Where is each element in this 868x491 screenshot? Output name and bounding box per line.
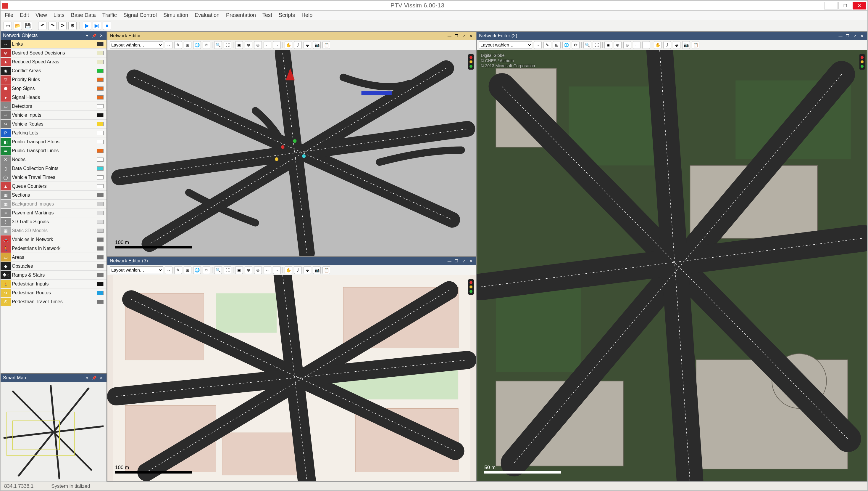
color-swatch[interactable] bbox=[97, 69, 103, 73]
zoom-region-icon[interactable]: ⛶ bbox=[593, 41, 600, 49]
rotate-icon[interactable]: ⤴ bbox=[294, 41, 302, 49]
color-swatch[interactable] bbox=[97, 140, 103, 144]
camera-icon[interactable]: 📷 bbox=[682, 41, 690, 49]
menu-simulation[interactable]: Simulation bbox=[163, 12, 188, 18]
panel-close-icon[interactable]: ✕ bbox=[859, 33, 865, 39]
panel-options-icon[interactable]: ▾ bbox=[84, 33, 90, 38]
layout-select[interactable]: Layout wählen… bbox=[479, 41, 532, 49]
zoom-in-icon[interactable]: ⊕ bbox=[245, 41, 252, 49]
camera-icon[interactable]: 📷 bbox=[313, 266, 321, 274]
save-file-icon[interactable]: 💾 bbox=[24, 22, 32, 30]
color-swatch[interactable] bbox=[97, 273, 103, 277]
snapshot-icon[interactable]: 📋 bbox=[322, 266, 330, 274]
toggle-3d-icon[interactable]: ⬙ bbox=[304, 266, 311, 274]
panel-minimize-icon[interactable]: — bbox=[838, 33, 843, 39]
nav-back-icon[interactable]: ← bbox=[264, 266, 271, 274]
network-object-public-transport-stops[interactable]: ◧Public Transport Stops bbox=[1, 137, 106, 146]
menu-signal-control[interactable]: Signal Control bbox=[123, 12, 157, 18]
color-swatch[interactable] bbox=[97, 211, 103, 215]
network-object-links[interactable]: ↔Links bbox=[1, 40, 106, 49]
network-object-pedestrian-routes[interactable]: ↪Pedestrian Routes bbox=[1, 288, 106, 297]
color-swatch[interactable] bbox=[97, 237, 103, 242]
color-swatch[interactable] bbox=[97, 175, 103, 179]
color-swatch[interactable] bbox=[97, 86, 103, 91]
snapshot-icon[interactable]: 📋 bbox=[692, 41, 700, 49]
sim-stop-icon[interactable]: ■ bbox=[103, 22, 111, 30]
network-object-priority-rules[interactable]: ▽Priority Rules bbox=[1, 75, 106, 84]
pane2-canvas[interactable]: 100 m bbox=[107, 275, 476, 481]
panel-maximize-icon[interactable]: ❐ bbox=[454, 258, 460, 264]
globe-icon[interactable]: 🌐 bbox=[193, 41, 201, 49]
refresh-icon[interactable]: ⟳ bbox=[203, 266, 210, 274]
panel-help-icon[interactable]: ? bbox=[852, 33, 858, 39]
smartmap-viewport-rect[interactable] bbox=[12, 421, 60, 450]
undo-icon[interactable]: ↶ bbox=[38, 22, 46, 30]
menu-help[interactable]: Help bbox=[302, 12, 312, 18]
network-object-detectors[interactable]: ▭Detectors bbox=[1, 102, 106, 111]
wand-icon[interactable]: ✎ bbox=[174, 41, 182, 49]
color-swatch[interactable] bbox=[97, 95, 103, 99]
network-object-vehicle-travel-times[interactable]: ◯Vehicle Travel Times bbox=[1, 173, 106, 182]
rotate-icon[interactable]: ⤴ bbox=[663, 41, 671, 49]
grid-icon[interactable]: ⊞ bbox=[184, 41, 191, 49]
color-swatch[interactable] bbox=[97, 149, 103, 153]
color-swatch[interactable] bbox=[97, 229, 103, 233]
sim-step-icon[interactable]: ▶| bbox=[93, 22, 101, 30]
network-object-parking-lots[interactable]: PParking Lots bbox=[1, 128, 106, 137]
network-object-nodes[interactable]: ✕Nodes bbox=[1, 155, 106, 164]
network-object-vehicles-in-network[interactable]: 🚗Vehicles in Network bbox=[1, 235, 106, 244]
pointer-select-icon[interactable]: ↔ bbox=[165, 266, 173, 274]
color-swatch[interactable] bbox=[97, 122, 103, 126]
color-swatch[interactable] bbox=[97, 255, 103, 259]
color-swatch[interactable] bbox=[97, 51, 103, 55]
refresh-icon[interactable]: ⟳ bbox=[58, 22, 67, 30]
grid-icon[interactable]: ⊞ bbox=[184, 266, 191, 274]
zoom-out-icon[interactable]: ⊖ bbox=[254, 266, 262, 274]
menu-evaluation[interactable]: Evaluation bbox=[195, 12, 219, 18]
window-close-button[interactable]: ✕ bbox=[852, 2, 866, 9]
window-maximize-button[interactable]: ❐ bbox=[838, 2, 852, 9]
network-object-sections[interactable]: ▦Sections bbox=[1, 191, 106, 200]
panel-close-icon[interactable]: ✕ bbox=[468, 258, 474, 264]
refresh-icon[interactable]: ⟳ bbox=[203, 41, 210, 49]
color-swatch[interactable] bbox=[97, 193, 103, 197]
color-swatch[interactable] bbox=[97, 131, 103, 135]
network-object-pavement-markings[interactable]: ≡Pavement Markings bbox=[1, 208, 106, 218]
menu-traffic[interactable]: Traffic bbox=[102, 12, 117, 18]
color-swatch[interactable] bbox=[97, 202, 103, 206]
menu-scripts[interactable]: Scripts bbox=[279, 12, 295, 18]
sim-play-icon[interactable]: ▶ bbox=[83, 22, 91, 30]
network-object-pedestrians-in-network[interactable]: 🚶Pedestrians in Network bbox=[1, 244, 106, 253]
zoom-icon[interactable]: 🔍 bbox=[214, 266, 222, 274]
network-object-background-images[interactable]: ▦Background Images bbox=[1, 200, 106, 208]
network-object-data-collection-points[interactable]: ▯Data Collection Points bbox=[1, 164, 106, 173]
panel-close-icon[interactable]: ✕ bbox=[98, 375, 104, 381]
new-file-icon[interactable]: ▭ bbox=[4, 22, 12, 30]
panel-maximize-icon[interactable]: ❐ bbox=[454, 33, 460, 39]
zoom-out-icon[interactable]: ⊖ bbox=[254, 41, 262, 49]
menu-test[interactable]: Test bbox=[262, 12, 272, 18]
panel-maximize-icon[interactable]: ❐ bbox=[845, 33, 850, 39]
network-object-stop-signs[interactable]: ⬣Stop Signs bbox=[1, 84, 106, 93]
menu-view[interactable]: View bbox=[35, 12, 47, 18]
color-swatch[interactable] bbox=[97, 42, 103, 46]
panel-pin-icon[interactable]: 📌 bbox=[91, 33, 97, 38]
color-swatch[interactable] bbox=[97, 300, 103, 304]
nav-fwd-icon[interactable]: → bbox=[273, 266, 281, 274]
pane2-header[interactable]: Network Editor (3) — ❐ ? ✕ bbox=[107, 257, 476, 265]
panel-help-icon[interactable]: ? bbox=[461, 258, 467, 264]
pan-icon[interactable]: ✋ bbox=[285, 41, 292, 49]
smartmap-view[interactable] bbox=[1, 382, 106, 482]
network-object-desired-speed-decisions[interactable]: ⊘Desired Speed Decisions bbox=[1, 49, 106, 57]
layout-select[interactable]: Layout wählen… bbox=[110, 41, 163, 49]
network-object-public-transport-lines[interactable]: ≣Public Transport Lines bbox=[1, 146, 106, 155]
snapshot-icon[interactable]: 📋 bbox=[322, 41, 330, 49]
window-minimize-button[interactable]: — bbox=[824, 2, 838, 9]
color-swatch[interactable] bbox=[97, 167, 103, 171]
color-swatch[interactable] bbox=[97, 157, 103, 162]
globe-icon[interactable]: 🌐 bbox=[193, 266, 201, 274]
color-swatch[interactable] bbox=[97, 282, 103, 286]
panel-minimize-icon[interactable]: — bbox=[446, 258, 452, 264]
color-swatch[interactable] bbox=[97, 291, 103, 295]
color-swatch[interactable] bbox=[97, 220, 103, 224]
